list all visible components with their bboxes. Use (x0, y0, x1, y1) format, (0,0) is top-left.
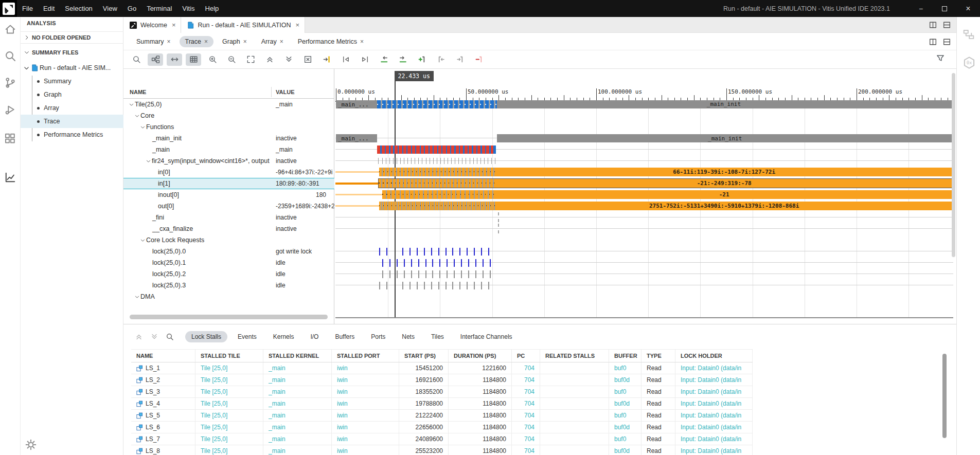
table-row[interactable]: LS_7Tile [25,0]_mainiwin2408960011848007… (131, 433, 753, 445)
column-header-pc[interactable]: PC (512, 350, 540, 362)
section-no-folder-opened[interactable]: NO FOLDER OPENED (21, 31, 123, 44)
split-columns-icon[interactable] (929, 38, 937, 46)
timeline-lane[interactable] (335, 280, 956, 291)
view-tab-performance-metrics[interactable]: Performance Metrics× (292, 36, 369, 47)
horizontal-fit-toggle-icon[interactable] (167, 53, 182, 66)
view-tab-trace[interactable]: Trace× (180, 36, 214, 47)
remove-marker-icon[interactable] (471, 53, 487, 66)
table-vertical-scrollbar[interactable] (942, 354, 947, 438)
search-icon[interactable] (129, 53, 144, 66)
next-marker-icon[interactable] (452, 53, 468, 66)
timeline-lane[interactable] (335, 155, 956, 167)
trace-tree-row[interactable]: in[0]-96+4i:86+37i:-22+9i (123, 167, 334, 178)
close-button[interactable]: × (956, 4, 980, 13)
run-debug-icon[interactable] (4, 103, 16, 116)
bottom-tab-ports[interactable]: Ports (365, 331, 391, 342)
home-icon[interactable] (4, 23, 16, 35)
step-back-icon[interactable] (376, 53, 391, 66)
trace-tree-row[interactable]: inout[0]180 (123, 189, 334, 201)
close-icon[interactable]: × (360, 38, 364, 45)
bottom-tab-nets[interactable]: Nets (396, 331, 421, 342)
zoom-out-icon[interactable] (224, 53, 239, 66)
hierarchy-toggle-icon[interactable] (148, 53, 163, 66)
minimize-button[interactable]: − (909, 5, 933, 13)
trace-tree-row[interactable]: fir24_sym(input_window<cint16>*, outputi… (123, 155, 334, 167)
timeline-lane[interactable] (335, 246, 956, 257)
column-header-related-stalls[interactable]: RELATED STALLS (540, 350, 609, 362)
split-columns-icon[interactable] (929, 21, 937, 29)
timeline-lane[interactable]: 66-11i:119-39i:-108-7i:127-72i (335, 167, 956, 178)
split-rows-icon[interactable] (942, 21, 951, 29)
menu-item-file[interactable]: File (17, 5, 38, 12)
table-row[interactable]: LS_6Tile [25,0]_mainiwin2265600011848007… (131, 422, 753, 433)
close-icon[interactable]: × (296, 21, 300, 29)
timeline-lane[interactable]: _main_..._main_init (335, 133, 956, 144)
column-header-stalled-kernel[interactable]: STALLED KERNEL (263, 350, 332, 362)
sidebar-item-array[interactable]: Array (21, 101, 123, 115)
close-icon[interactable]: × (280, 38, 283, 45)
prev-result-icon[interactable] (135, 333, 143, 341)
close-icon[interactable]: × (172, 21, 176, 29)
analysis-chart-icon[interactable] (4, 171, 16, 184)
gear-icon[interactable] (25, 439, 37, 451)
trace-tree-row[interactable]: DMA (123, 291, 334, 302)
timeline-lane[interactable]: 2751-752i:-5131+3490i:-5910+1379i:-1208-… (335, 201, 956, 212)
tree-horizontal-scrollbar[interactable] (130, 315, 328, 319)
bottom-tab-tiles[interactable]: Tiles (425, 331, 450, 342)
column-header-name[interactable]: NAME (131, 350, 195, 362)
editor-tab-welcome[interactable]: Welcome× (123, 17, 181, 33)
sidebar-item-summary[interactable]: Summary (21, 75, 123, 88)
timeline-lane[interactable]: -21 (335, 189, 956, 201)
menu-item-edit[interactable]: Edit (38, 5, 60, 12)
zoom-in-icon[interactable] (205, 53, 220, 66)
trace-tree-row[interactable]: lock(25,0).0got write lock (123, 246, 334, 257)
editor-tab-run-default-aie-simulation[interactable]: Run - default - AIE SIMULATION× (181, 17, 305, 33)
timeline-lane[interactable] (335, 257, 956, 268)
trace-tree-row[interactable]: Core Lock Requests (123, 234, 334, 246)
table-row[interactable]: LS_8Tile [25,0]_mainiwin2552320011848007… (131, 445, 753, 455)
trace-tree-row[interactable]: _main_initinactive (123, 133, 334, 144)
extensions-icon[interactable] (4, 132, 16, 144)
timeline-lane[interactable] (335, 212, 956, 223)
trace-tree-row[interactable]: lock(25,0).3idle (123, 280, 334, 291)
trace-tree-row[interactable]: _main_main (123, 144, 334, 155)
column-header-lock-holder[interactable]: LOCK HOLDER (675, 350, 753, 362)
timeline-cursor-label[interactable]: 22.433 us (395, 71, 434, 81)
menu-item-terminal[interactable]: Terminal (141, 5, 177, 12)
table-row[interactable]: LS_4Tile [25,0]_mainiwin1978880011848007… (131, 398, 753, 410)
source-control-icon[interactable] (4, 77, 16, 89)
column-divider[interactable] (271, 87, 272, 97)
clear-box-icon[interactable] (300, 53, 315, 66)
timeline-lane[interactable] (335, 223, 956, 234)
timeline-lane[interactable]: -21:-249:319:-78 (335, 178, 956, 189)
trace-tree-row[interactable]: lock(25,0).2idle (123, 268, 334, 280)
section-summary-files[interactable]: SUMMARY FILES (21, 46, 123, 59)
close-icon[interactable]: × (204, 38, 208, 45)
trace-tree-row[interactable]: __cxa_finalizeinactive (123, 223, 334, 234)
trace-tree-row[interactable]: out[0]-2359+1689i:-2438+2 (123, 201, 334, 212)
go-to-end-icon[interactable] (357, 53, 372, 66)
bottom-tab-kernels[interactable]: Kernels (267, 331, 300, 342)
grid-toggle-icon[interactable] (186, 53, 201, 66)
close-icon[interactable]: × (243, 38, 247, 45)
trace-tree-row[interactable]: Functions (123, 121, 334, 133)
split-rows-icon[interactable] (942, 38, 951, 46)
menu-item-view[interactable]: View (98, 5, 122, 12)
trace-tree-row[interactable]: in[1]180:89:-80:-391 (123, 178, 334, 189)
bottom-tab-buffers[interactable]: Buffers (329, 331, 361, 342)
view-tab-graph[interactable]: Graph× (217, 36, 253, 47)
view-tab-array[interactable]: Array× (256, 36, 289, 47)
trace-tree-row[interactable]: Core (123, 110, 334, 121)
timeline-vertical-scrollbar[interactable] (952, 73, 955, 257)
menu-item-go[interactable]: Go (122, 5, 141, 12)
view-tab-summary[interactable]: Summary× (131, 36, 176, 47)
sidebar-item-performance-metrics[interactable]: Performance Metrics (21, 128, 123, 141)
next-result-icon[interactable] (150, 333, 158, 341)
bottom-tab-lock-stalls[interactable]: Lock Stalls (185, 331, 227, 342)
sidebar-item-trace[interactable]: Trace (21, 115, 123, 128)
tree-root-run-default[interactable]: Run - default - AIE SIM... (21, 61, 123, 75)
timeline-lane[interactable] (335, 268, 956, 280)
column-header-stalled-port[interactable]: STALLED PORT (332, 350, 399, 362)
column-header-type[interactable]: TYPE (642, 350, 675, 362)
bottom-tab-events[interactable]: Events (231, 331, 263, 342)
